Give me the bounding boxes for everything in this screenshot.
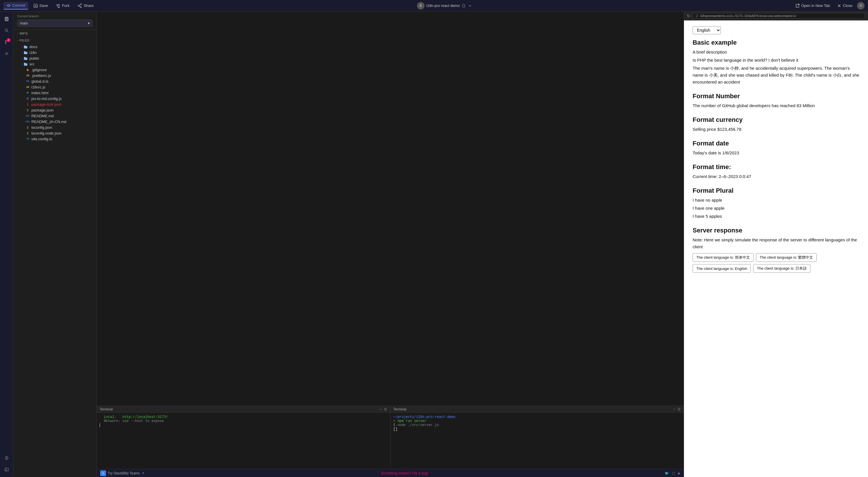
tree-item-readme[interactable]: MD README.md	[13, 113, 96, 119]
folder-icon	[23, 44, 28, 49]
terminal-delete-2[interactable]: 🗑	[677, 407, 681, 411]
reload-button[interactable]: ↻	[687, 13, 690, 18]
terminal-body-1: Local: http://localhost:5173/ Network: u…	[97, 413, 390, 469]
section-text: Is PHP the best language in the world? I…	[693, 57, 859, 64]
tree-item-gitignore[interactable]: ◆ .gitignore	[13, 67, 96, 72]
share-icon	[78, 3, 82, 8]
terminal-header-2: Terminal + 🗑	[391, 406, 684, 413]
tree-item-global-dts[interactable]: TS global.d.ts	[13, 78, 96, 84]
terminal-actions-2: + 🗑	[673, 407, 681, 411]
tree-item-package-json[interactable]: {} package.json	[13, 107, 96, 113]
folder-icon	[23, 50, 28, 55]
commit-button[interactable]: Commit	[3, 2, 28, 9]
section-text: I have 5 apples	[693, 213, 859, 220]
language-selector[interactable]: English 简体中文 繁體中文 日本語	[693, 26, 721, 34]
share-button[interactable]: Share	[74, 2, 96, 9]
json-file-icon: {}	[25, 131, 30, 136]
tree-item-tsconfig-node[interactable]: {} tsconfig.node.json	[13, 130, 96, 136]
toolbar-right: Open in New Tab Close U	[793, 2, 865, 9]
tree-item-public[interactable]: › public	[13, 55, 96, 61]
terminal-title-1: Terminal	[100, 407, 113, 411]
terminal-add-2[interactable]: +	[673, 407, 675, 411]
section-heading: Format Plural	[693, 187, 859, 195]
save-icon	[33, 3, 38, 8]
server-btn-simplified[interactable]: The client language is: 简体中文	[693, 253, 754, 262]
file-panel: Current branch: main ▾ › INFO › FILES ›	[13, 11, 97, 477]
user-avatar: E	[417, 2, 425, 9]
fork-icon	[56, 3, 60, 8]
svg-rect-11	[5, 17, 8, 21]
bottom-bar: Try StackBlitz Teams ↗ Something broken?…	[97, 469, 684, 477]
project-info: E i18n-pro react demo	[417, 2, 472, 9]
section-heading: Server response	[693, 227, 859, 234]
tree-item-package-lock[interactable]: {} package-lock.json	[13, 101, 96, 107]
tree-item-readme-zh[interactable]: MD README_zh-CN.md	[13, 119, 96, 124]
folder-icon	[23, 56, 28, 60]
terminal-add-1[interactable]: +	[379, 407, 382, 411]
fork-button[interactable]: Fork	[53, 2, 72, 9]
tree-item-tsconfig[interactable]: {} tsconfig.json	[13, 124, 96, 130]
svg-point-16	[5, 40, 6, 41]
preview-panel: ↻ i18nproreactdemo-zx1x--5173--324a487b.…	[684, 11, 868, 477]
twitter-icon[interactable]: 🐦	[665, 471, 669, 475]
bug-text: Something broken? File a bug!	[381, 471, 428, 475]
save-button[interactable]: Save	[31, 2, 51, 9]
bolt-icon	[101, 472, 105, 475]
term-line: Network: use --host to expose	[100, 419, 388, 423]
files-header[interactable]: › FILES	[13, 37, 96, 44]
svg-line-8	[79, 6, 80, 7]
tree-item-i18n[interactable]: › i18n	[13, 50, 96, 55]
ts-file-icon: TS	[25, 137, 30, 141]
terminal-title-2: Terminal	[393, 407, 406, 411]
git-file-icon: ◆	[25, 67, 30, 72]
terminal-icon	[4, 467, 9, 472]
sidebar-icon-theme[interactable]	[1, 453, 12, 463]
tree-item-prettierrc[interactable]: JS .prettierrc.js	[13, 72, 96, 78]
svg-point-0	[8, 5, 9, 6]
discord-icon[interactable]: ◈	[678, 471, 680, 475]
sidebar-icon-files[interactable]	[1, 14, 12, 24]
section-server-response: Server response Note: Here we simply sim…	[693, 227, 859, 273]
html-file-icon: H	[25, 90, 30, 95]
lock-icon	[461, 3, 466, 8]
section-format-time: Format time: Current time: 2–6–2023 0:0:…	[693, 163, 859, 180]
social-links: 🐦 ⬡ ◈	[665, 471, 680, 475]
terminal-delete-1[interactable]: 🗑	[383, 407, 388, 411]
teams-link-icon[interactable]: ↗	[142, 471, 144, 475]
sidebar-icon-git[interactable]: 2	[1, 37, 12, 47]
sidebar-icon-search[interactable]	[1, 25, 12, 36]
section-text: Current time: 2–6–2023 0:0:47	[693, 173, 859, 180]
server-btn-traditional[interactable]: The client language is: 繁體中文	[756, 253, 817, 262]
info-chevron: ›	[17, 32, 19, 35]
term-line: Local: http://localhost:5173/	[100, 415, 388, 419]
tree-item-index-html[interactable]: H index.html	[13, 90, 96, 96]
open-new-tab-button[interactable]: Open in New Tab	[793, 2, 832, 9]
js-file-icon: JS	[25, 85, 30, 89]
section-heading: Format currency	[693, 116, 859, 124]
section-text: Note: Here we simply simulate the respon…	[693, 237, 859, 250]
tree-item-i18nrc[interactable]: JS i18nrc.js	[13, 84, 96, 90]
terminal-panel-2: Terminal + 🗑 ~/projects/i18n-pro-react-d…	[391, 406, 684, 469]
info-header[interactable]: › INFO	[13, 30, 96, 37]
term-line: ~/projects/i18n-pro-react-demo	[393, 415, 681, 419]
branch-selector[interactable]: main ▾	[17, 20, 92, 27]
tree-item-docs[interactable]: › docs	[13, 44, 96, 50]
branch-value: main	[20, 21, 28, 25]
sidebar-icon-settings[interactable]	[1, 49, 12, 59]
section-text: The number of GitHub global developers h…	[693, 102, 859, 109]
server-btn-japanese[interactable]: The client language is: 日本語	[753, 264, 810, 273]
github-icon[interactable]: ⬡	[672, 471, 675, 475]
server-btn-english[interactable]: The client language is: English	[693, 264, 751, 273]
section-text: A brief description	[693, 49, 859, 56]
section-heading: Format date	[693, 140, 859, 147]
commit-icon	[6, 3, 11, 8]
section-text: I have one apple	[693, 205, 859, 212]
tree-item-jsx-to-md[interactable]: ⚙ jsx-to-md.config.js	[13, 96, 96, 101]
sidebar-icon-terminal[interactable]	[1, 464, 12, 475]
tree-item-vite-config[interactable]: TS vite.config.ts	[13, 136, 96, 142]
theme-icon	[4, 456, 9, 460]
tree-item-src[interactable]: › src	[13, 61, 96, 67]
close-button[interactable]: Close	[835, 2, 855, 9]
svg-point-14	[5, 29, 7, 31]
svg-point-19	[6, 53, 7, 54]
